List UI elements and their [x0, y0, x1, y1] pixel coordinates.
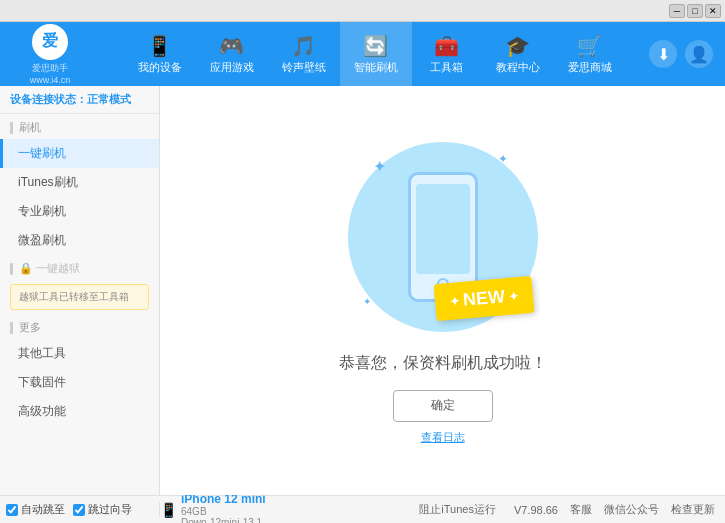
nav-items: 📱 我的设备 🎮 应用游戏 🎵 铃声壁纸 🔄 智能刷机 🧰 工具箱 🎓 教程中心… — [100, 22, 649, 86]
store-icon: 🛒 — [577, 34, 602, 58]
customer-service-link[interactable]: 客服 — [570, 502, 592, 517]
sidebar-download-firmware[interactable]: 下载固件 — [0, 368, 159, 397]
sidebar: 设备连接状态：正常模式 刷机 一键刷机 iTunes刷机 专业刷机 微盈刷机 🔒… — [0, 86, 160, 495]
bottom-bar: 自动跳至 跳过向导 📱 iPhone 12 mini 64GB Down-12m… — [0, 495, 725, 523]
new-badge: NEW — [433, 275, 534, 320]
section-label-flash: 刷机 — [0, 114, 159, 139]
jailbreak-warning: 越狱工具已转移至工具箱 — [10, 284, 149, 310]
apps-games-icon: 🎮 — [219, 34, 244, 58]
phone-illustration: ✦ ✦ ✦ NEW — [343, 137, 543, 337]
title-bar: ─ □ ✕ — [0, 0, 725, 22]
nav-right: ⬇ 👤 — [649, 40, 725, 68]
content-area: ✦ ✦ ✦ NEW 恭喜您，保资料刷机成功啦！ 确定 查看日志 — [160, 86, 725, 495]
itunes-status: 阻止iTunes运行 — [413, 502, 502, 517]
logo-area: 爱 爱思助手 www.i4.cn — [0, 24, 100, 85]
skip-wizard-input[interactable] — [73, 504, 85, 516]
star-3: ✦ — [363, 296, 371, 307]
logo-line1: 爱思助手 — [32, 62, 68, 75]
nav-ringtones-label: 铃声壁纸 — [282, 60, 326, 75]
nav-toolbox-label: 工具箱 — [430, 60, 463, 75]
device-info-row: 📱 iPhone 12 mini 64GB Down-12mini-13,1 — [160, 496, 266, 523]
auto-jump-input[interactable] — [6, 504, 18, 516]
main-area: 设备连接状态：正常模式 刷机 一键刷机 iTunes刷机 专业刷机 微盈刷机 🔒… — [0, 86, 725, 495]
status-bar-top: 设备连接状态：正常模式 — [0, 86, 159, 114]
download-btn[interactable]: ⬇ — [649, 40, 677, 68]
sidebar-advanced[interactable]: 高级功能 — [0, 397, 159, 426]
check-update-link[interactable]: 检查更新 — [671, 502, 715, 517]
star-2: ✦ — [498, 152, 508, 166]
nav-store-label: 爱思商城 — [568, 60, 612, 75]
nav-my-device[interactable]: 📱 我的设备 — [124, 22, 196, 86]
sidebar-micro-flash[interactable]: 微盈刷机 — [0, 226, 159, 255]
nav-tutorials-label: 教程中心 — [496, 60, 540, 75]
user-btn[interactable]: 👤 — [685, 40, 713, 68]
section-label-more: 更多 — [0, 314, 159, 339]
success-text: 恭喜您，保资料刷机成功啦！ — [339, 353, 547, 374]
device-text: iPhone 12 mini 64GB Down-12mini-13,1 — [181, 492, 266, 524]
status-label: 设备连接状态： — [10, 93, 87, 105]
device-firmware: Down-12mini-13,1 — [181, 517, 266, 524]
nav-apps-games-label: 应用游戏 — [210, 60, 254, 75]
ringtones-icon: 🎵 — [291, 34, 316, 58]
sidebar-itunes-flash[interactable]: iTunes刷机 — [0, 168, 159, 197]
maximize-btn[interactable]: □ — [687, 4, 703, 18]
bottom-right: 阻止iTunes运行 V7.98.66 客服 微信公众号 检查更新 — [266, 502, 725, 517]
nav-store[interactable]: 🛒 爱思商城 — [554, 22, 626, 86]
star-1: ✦ — [373, 157, 386, 176]
section-label-jailbreak: 🔒 一键越狱 — [0, 255, 159, 280]
nav-smart-flash-label: 智能刷机 — [354, 60, 398, 75]
nav-ringtones[interactable]: 🎵 铃声壁纸 — [268, 22, 340, 86]
nav-apps-games[interactable]: 🎮 应用游戏 — [196, 22, 268, 86]
version-text: V7.98.66 — [514, 504, 558, 516]
nav-smart-flash[interactable]: 🔄 智能刷机 — [340, 22, 412, 86]
smart-flash-icon: 🔄 — [363, 34, 388, 58]
skip-wizard-checkbox[interactable]: 跳过向导 — [73, 502, 132, 517]
bottom-left: 自动跳至 跳过向导 — [0, 502, 160, 517]
device-capacity: 64GB — [181, 506, 266, 517]
my-device-icon: 📱 — [147, 34, 172, 58]
tutorials-icon: 🎓 — [505, 34, 530, 58]
confirm-button[interactable]: 确定 — [393, 390, 493, 422]
auto-jump-checkbox[interactable]: 自动跳至 — [6, 502, 65, 517]
toolbox-icon: 🧰 — [434, 34, 459, 58]
sidebar-one-click-flash[interactable]: 一键刷机 — [0, 139, 159, 168]
phone-screen — [416, 184, 470, 274]
device-phone-icon: 📱 — [160, 502, 177, 518]
sidebar-pro-flash[interactable]: 专业刷机 — [0, 197, 159, 226]
header: 爱 爱思助手 www.i4.cn 📱 我的设备 🎮 应用游戏 🎵 铃声壁纸 🔄 … — [0, 22, 725, 86]
logo-line2: www.i4.cn — [30, 75, 71, 85]
minimize-btn[interactable]: ─ — [669, 4, 685, 18]
view-log-link[interactable]: 查看日志 — [421, 430, 465, 445]
logo-icon: 爱 — [32, 24, 68, 60]
nav-toolbox[interactable]: 🧰 工具箱 — [412, 22, 482, 86]
sidebar-other-tools[interactable]: 其他工具 — [0, 339, 159, 368]
nav-my-device-label: 我的设备 — [138, 60, 182, 75]
close-btn[interactable]: ✕ — [705, 4, 721, 18]
wechat-link[interactable]: 微信公众号 — [604, 502, 659, 517]
nav-tutorials[interactable]: 🎓 教程中心 — [482, 22, 554, 86]
status-value: 正常模式 — [87, 93, 131, 105]
